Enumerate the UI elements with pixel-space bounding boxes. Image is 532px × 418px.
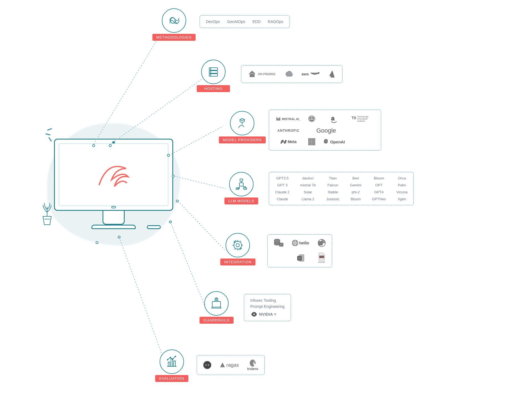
amazon-logo-icon: a bbox=[330, 115, 337, 123]
connector-dot bbox=[167, 154, 170, 157]
integration-label: INTEGRATION bbox=[220, 259, 255, 265]
node-hosting: HOSTING bbox=[197, 60, 230, 92]
svg-point-49 bbox=[216, 300, 217, 301]
svg-point-34 bbox=[292, 240, 298, 246]
svg-line-4 bbox=[174, 176, 226, 189]
evaluation-label: EVALUATION bbox=[155, 375, 188, 382]
svg-point-37 bbox=[294, 244, 295, 245]
mistral-logo: MISTRAL AI_ bbox=[276, 117, 301, 121]
svg-rect-33 bbox=[279, 243, 283, 246]
llm-item: Gemini bbox=[350, 183, 361, 187]
node-methodologies: METHODOLOGIES bbox=[152, 8, 196, 41]
node-guardrails: GUARDRAILS bbox=[200, 291, 234, 324]
svg-point-20 bbox=[313, 117, 314, 118]
methodologies-box: DevOps GenAIOps EDD RAGOps bbox=[200, 15, 290, 28]
on-premise-text: ON-PREMISE bbox=[258, 73, 275, 76]
powerpoint-icon: P bbox=[318, 239, 326, 247]
svg-point-54 bbox=[167, 359, 168, 360]
node-llm-models: LLM MODELS bbox=[224, 172, 258, 204]
svg-rect-25 bbox=[312, 142, 315, 145]
monitor bbox=[54, 139, 173, 211]
llm-item: GPT 3 bbox=[275, 183, 290, 187]
llm-item: GPT3.5 bbox=[275, 176, 290, 180]
svg-text:W: W bbox=[298, 257, 301, 260]
svg-text:P: P bbox=[319, 242, 321, 245]
hosting-box: ON-PREMISE aws bbox=[241, 65, 342, 83]
llm-item: GPT4 bbox=[372, 190, 386, 194]
svg-point-11 bbox=[210, 69, 211, 69]
guardrails-icon bbox=[204, 291, 229, 316]
monitor-screen bbox=[59, 143, 168, 206]
llm-item: Palm bbox=[397, 183, 408, 187]
svg-rect-47 bbox=[212, 302, 221, 307]
svg-point-36 bbox=[296, 242, 297, 243]
nvidia-logo: NVIDIA® bbox=[250, 311, 276, 317]
integration-icon bbox=[226, 233, 250, 257]
evaluation-box: ragas trulens bbox=[197, 355, 265, 375]
connector-dot bbox=[172, 175, 175, 178]
evaluation-icon bbox=[160, 349, 184, 374]
guardrails-label: GUARDRAILS bbox=[200, 317, 234, 324]
openai-logo: OpenAI bbox=[323, 139, 345, 145]
connector-dot bbox=[169, 221, 172, 223]
llm-item: Xgen bbox=[397, 197, 408, 201]
hosting-label: HOSTING bbox=[197, 85, 230, 92]
svg-point-56 bbox=[172, 359, 173, 360]
svg-rect-23 bbox=[312, 138, 315, 141]
llm-item: Vicuna bbox=[397, 190, 408, 194]
meta-logo: Meta bbox=[280, 140, 296, 144]
llm-models-label: LLM MODELS bbox=[224, 197, 258, 204]
llm-item: Orca bbox=[397, 176, 408, 180]
svg-point-55 bbox=[170, 357, 171, 358]
svg-point-58 bbox=[203, 361, 211, 369]
llm-item: Stable bbox=[326, 190, 339, 194]
svg-rect-24 bbox=[308, 142, 311, 145]
llm-item: Titan bbox=[326, 176, 339, 180]
monitor-stand bbox=[103, 211, 125, 225]
connector-dot bbox=[92, 144, 95, 147]
svg-rect-22 bbox=[308, 138, 311, 141]
llm-models-box: GPT3.5davinciTitanBertBloomOrca GPT 3mis… bbox=[269, 172, 414, 205]
monitor-power-button bbox=[111, 206, 116, 208]
svg-rect-53 bbox=[174, 361, 175, 366]
huggingface-logo-icon bbox=[307, 115, 316, 123]
aws-logo: aws bbox=[301, 72, 319, 76]
guardrails-box: Infosec Tooling Prompt Engineering NVIDI… bbox=[244, 294, 291, 321]
svg-rect-27 bbox=[239, 183, 243, 186]
connector-dot bbox=[118, 236, 121, 239]
monitor-base bbox=[91, 225, 136, 229]
llm-item: GPTNeo bbox=[372, 197, 386, 201]
trulens-logo: trulens bbox=[247, 359, 258, 371]
svg-line-7 bbox=[119, 237, 166, 366]
svg-rect-51 bbox=[168, 362, 170, 366]
connector-dot bbox=[109, 144, 112, 147]
llm-item: phi-2 bbox=[350, 190, 361, 194]
connector-dot bbox=[176, 200, 179, 202]
llm-item: Falcon bbox=[326, 183, 339, 187]
deepeval-logo-icon bbox=[203, 361, 211, 369]
methodology-item: DevOps bbox=[206, 19, 220, 24]
svg-point-19 bbox=[310, 117, 311, 118]
svg-point-13 bbox=[210, 75, 211, 75]
guardrails-line: Infosec Tooling bbox=[250, 298, 276, 303]
llm-item: Bloom bbox=[350, 197, 361, 201]
svg-point-50 bbox=[253, 313, 255, 315]
llm-item: mistral 7b bbox=[300, 183, 316, 187]
svg-rect-17 bbox=[279, 118, 280, 120]
model-providers-label: MODEL PROVIDERS bbox=[219, 136, 266, 143]
on-premise-logo: ON-PREMISE bbox=[247, 69, 275, 79]
svg-point-12 bbox=[210, 72, 211, 72]
azure-logo-icon bbox=[328, 70, 336, 78]
aws-text: aws bbox=[301, 72, 309, 76]
llm-item: OPT bbox=[372, 183, 386, 187]
llm-models-icon bbox=[229, 172, 254, 196]
llm-item: Llama 2 bbox=[300, 197, 316, 201]
anthropic-logo: ANTHROP\C bbox=[277, 129, 300, 133]
llm-item: Claude 2 bbox=[275, 190, 290, 194]
svg-line-5 bbox=[178, 201, 224, 250]
llm-item: Solar bbox=[300, 190, 316, 194]
svg-point-57 bbox=[175, 356, 176, 357]
methodologies-icon bbox=[162, 8, 186, 33]
model-providers-box: MISTRAL AI_ a TIITechnology Innovation I… bbox=[269, 110, 381, 151]
llm-item: Claude bbox=[275, 197, 290, 201]
